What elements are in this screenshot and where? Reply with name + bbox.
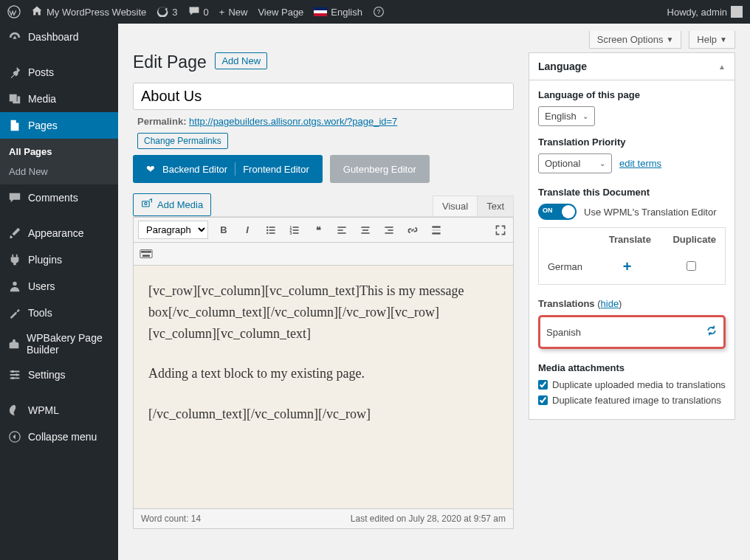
change-permalinks-button[interactable]: Change Permalinks: [137, 133, 228, 149]
dup-featured-checkbox[interactable]: [538, 395, 548, 405]
page-title-input[interactable]: [133, 83, 514, 110]
help-button[interactable]: Help▼: [689, 31, 735, 49]
content-editor[interactable]: [vc_row][vc_column][vc_column_text]This …: [133, 266, 514, 509]
number-list-icon[interactable]: 123: [286, 222, 303, 238]
admin-sidebar: Dashboard Posts Media Pages All Pages Ad…: [0, 24, 118, 560]
menu-wpml[interactable]: WPML: [0, 397, 118, 424]
editor-toolbar: Paragraph B I 123 ❝: [133, 217, 514, 243]
svg-rect-39: [150, 251, 151, 252]
view-page-link[interactable]: View Page: [258, 7, 303, 18]
updates[interactable]: 3: [156, 5, 177, 19]
svg-point-14: [266, 232, 268, 233]
brush-icon: [7, 226, 22, 241]
submenu-add-page[interactable]: Add New: [0, 162, 118, 182]
help-icon[interactable]: ?: [373, 6, 385, 18]
svg-text:3: 3: [290, 231, 292, 235]
new-content[interactable]: + New: [219, 7, 248, 18]
refresh-icon[interactable]: [706, 325, 718, 339]
link-icon[interactable]: [405, 222, 421, 238]
triangle-down-icon: ▼: [720, 35, 727, 44]
svg-rect-32: [432, 229, 440, 231]
submenu-all-pages[interactable]: All Pages: [0, 142, 118, 162]
globe-swirl-icon: [7, 403, 22, 418]
refresh-icon: [156, 5, 168, 19]
menu-comments[interactable]: Comments: [0, 184, 118, 211]
screen-options-button[interactable]: Screen Options▼: [589, 31, 682, 49]
translation-spanish-row[interactable]: Spanish: [538, 315, 726, 349]
svg-rect-36: [143, 251, 145, 252]
bold-icon[interactable]: B: [216, 222, 232, 238]
duplicate-checkbox[interactable]: [687, 261, 696, 271]
add-media-button[interactable]: Add Media: [133, 193, 211, 216]
translation-priority-label: Translation Priority: [538, 136, 726, 148]
svg-text:?: ?: [377, 8, 381, 15]
comment-icon: [188, 5, 200, 19]
language-of-page-label: Language of this page: [538, 89, 726, 100]
menu-dashboard[interactable]: Dashboard: [0, 24, 118, 50]
svg-rect-31: [432, 226, 440, 227]
site-name[interactable]: My WordPress Website: [31, 5, 146, 19]
menu-pages[interactable]: Pages: [0, 112, 118, 139]
menu-users[interactable]: Users: [0, 273, 118, 300]
svg-rect-13: [269, 229, 275, 231]
bullet-list-icon[interactable]: [263, 222, 279, 238]
permalink-row: Permalink: http://pagebuilders.allisonr.…: [137, 116, 509, 127]
menu-wpbakery[interactable]: WPBakery Page Builder: [0, 326, 118, 362]
language-select[interactable]: English ⌄: [538, 106, 595, 126]
add-new-button[interactable]: Add New: [215, 52, 267, 69]
align-right-icon[interactable]: [381, 222, 397, 238]
svg-rect-15: [269, 232, 275, 234]
backend-editor-button[interactable]: ❤ Backend Editor Frontend Editor: [133, 155, 323, 183]
comment-icon: [7, 190, 22, 205]
svg-rect-24: [337, 232, 345, 234]
svg-rect-37: [145, 251, 147, 252]
home-icon: [31, 5, 43, 19]
keyboard-icon[interactable]: [138, 246, 154, 262]
translations-label: Translations (hide): [538, 298, 726, 309]
menu-settings[interactable]: Settings: [0, 362, 118, 388]
media-icon: [7, 91, 22, 106]
plug-icon: [7, 252, 22, 267]
menu-collapse[interactable]: Collapse menu: [0, 424, 118, 450]
fullscreen-icon[interactable]: [492, 222, 509, 238]
permalink-link[interactable]: http://pagebuilders.allisonr.otgs.work/?…: [189, 116, 397, 127]
translate-add-button[interactable]: +: [596, 251, 658, 283]
format-select[interactable]: Paragraph: [138, 221, 208, 239]
readmore-icon[interactable]: [428, 222, 444, 238]
svg-rect-19: [293, 229, 299, 231]
align-left-icon[interactable]: [334, 222, 350, 238]
dup-featured-checkbox-row[interactable]: Duplicate featured image to translations: [538, 395, 726, 406]
arrow-left-circle-icon: [7, 429, 22, 444]
translate-doc-label: Translate this Document: [538, 187, 726, 198]
submenu-pages: All Pages Add New: [0, 139, 118, 184]
menu-posts[interactable]: Posts: [0, 59, 118, 86]
comments-count[interactable]: 0: [188, 5, 209, 19]
dup-media-checkbox[interactable]: [538, 380, 548, 390]
word-count: Word count: 14: [141, 514, 201, 524]
language-metabox: Language ▲ Language of this page English…: [529, 52, 735, 420]
gutenberg-editor-button[interactable]: Gutenberg Editor: [330, 155, 430, 183]
account-howdy[interactable]: Howdy, admin: [667, 6, 743, 18]
avatar: [731, 6, 743, 18]
align-center-icon[interactable]: [357, 222, 374, 238]
hide-translations-link[interactable]: hide: [601, 298, 619, 309]
priority-select[interactable]: Optional ⌄: [538, 153, 612, 173]
svg-rect-35: [142, 251, 143, 252]
language-metabox-header[interactable]: Language ▲: [529, 53, 734, 80]
tab-text[interactable]: Text: [477, 196, 514, 216]
svg-rect-21: [293, 232, 299, 234]
tab-visual[interactable]: Visual: [433, 196, 478, 216]
dup-media-checkbox-row[interactable]: Duplicate uploaded media to translations: [538, 379, 726, 390]
menu-plugins[interactable]: Plugins: [0, 246, 118, 273]
wp-logo-icon[interactable]: [7, 5, 21, 18]
edit-terms-link[interactable]: edit terms: [619, 158, 661, 169]
quote-icon[interactable]: ❝: [310, 222, 326, 238]
page-heading: Edit Page: [133, 52, 207, 72]
pin-icon: [7, 65, 22, 80]
menu-appearance[interactable]: Appearance: [0, 220, 118, 246]
menu-media[interactable]: Media: [0, 86, 118, 112]
menu-tools[interactable]: Tools: [0, 300, 118, 326]
wpml-toggle[interactable]: ON: [538, 204, 577, 220]
italic-icon[interactable]: I: [239, 222, 255, 238]
language-switch[interactable]: English: [314, 7, 362, 18]
